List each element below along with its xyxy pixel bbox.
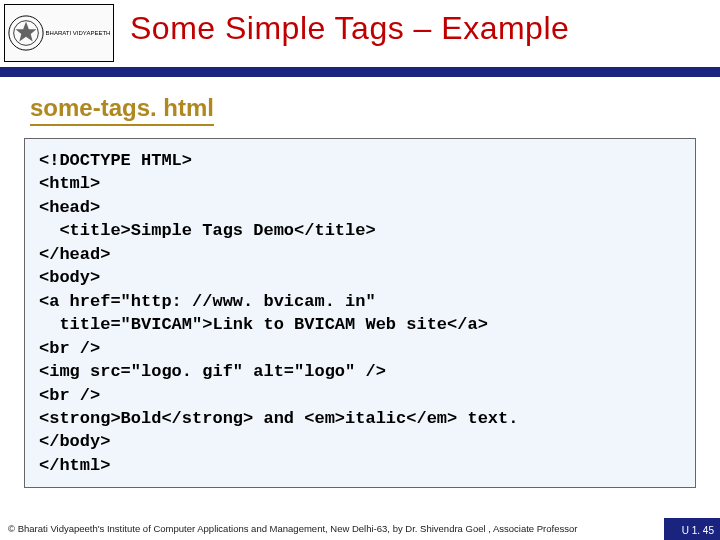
copyright-text: © Bharati Vidyapeeth's Institute of Comp… bbox=[8, 523, 577, 534]
code-example: <!DOCTYPE HTML> <html> <head> <title>Sim… bbox=[24, 138, 696, 488]
slide-footer: © Bharati Vidyapeeth's Institute of Comp… bbox=[0, 512, 720, 540]
filename-subtitle: some-tags. html bbox=[30, 94, 214, 126]
slide-title: Some Simple Tags – Example bbox=[130, 10, 569, 47]
institution-logo: BHARATI VIDYAPEETH bbox=[4, 4, 114, 62]
slide-header: BHARATI VIDYAPEETH Some Simple Tags – Ex… bbox=[0, 0, 720, 72]
seal-icon bbox=[7, 14, 45, 52]
page-number: U 1. 45 bbox=[682, 525, 714, 536]
logo-text: BHARATI VIDYAPEETH bbox=[45, 30, 111, 37]
